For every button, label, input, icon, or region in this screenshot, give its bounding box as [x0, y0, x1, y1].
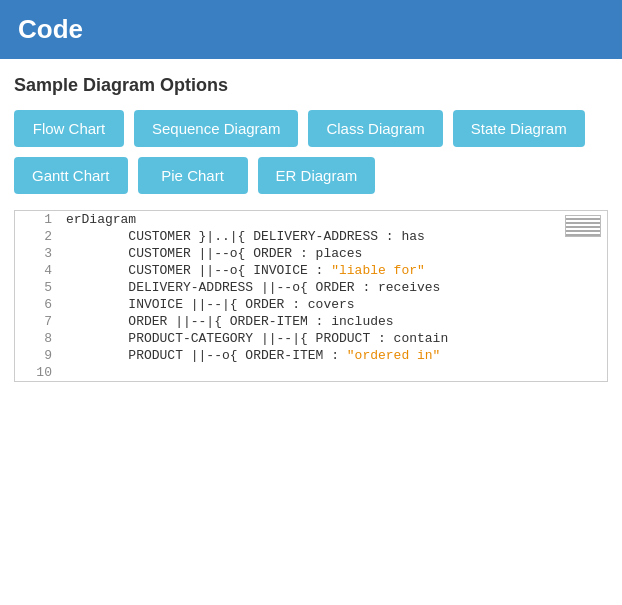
line-number: 9 [15, 347, 62, 364]
string-literal: "liable for" [331, 263, 425, 278]
line-code: ORDER ||--|{ ORDER-ITEM : includes [62, 313, 607, 330]
line-code: INVOICE ||--|{ ORDER : covers [62, 296, 607, 313]
string-literal: "ordered in" [347, 348, 441, 363]
table-row: 7 ORDER ||--|{ ORDER-ITEM : includes [15, 313, 607, 330]
content: Sample Diagram Options Flow Chart Sequen… [0, 59, 622, 398]
line-number: 10 [15, 364, 62, 381]
state-diagram-button[interactable]: State Diagram [453, 110, 585, 147]
table-row: 10 [15, 364, 607, 381]
line-number: 3 [15, 245, 62, 262]
table-row: 1erDiagram [15, 211, 607, 228]
table-row: 8 PRODUCT-CATEGORY ||--|{ PRODUCT : cont… [15, 330, 607, 347]
button-grid: Flow Chart Sequence Diagram Class Diagra… [14, 110, 608, 194]
pie-chart-button[interactable]: Pie Chart [138, 157, 248, 194]
table-row: 9 PRODUCT ||--o{ ORDER-ITEM : "ordered i… [15, 347, 607, 364]
table-row: 4 CUSTOMER ||--o{ INVOICE : "liable for" [15, 262, 607, 279]
section-title: Sample Diagram Options [14, 75, 608, 96]
flow-chart-button[interactable]: Flow Chart [14, 110, 124, 147]
header: Code [0, 0, 622, 59]
er-diagram-button[interactable]: ER Diagram [258, 157, 376, 194]
line-code: CUSTOMER ||--o{ INVOICE : "liable for" [62, 262, 607, 279]
line-number: 1 [15, 211, 62, 228]
code-table: 1erDiagram2 CUSTOMER }|..|{ DELIVERY-ADD… [15, 211, 607, 381]
line-code: CUSTOMER }|..|{ DELIVERY-ADDRESS : has [62, 228, 607, 245]
line-code: DELIVERY-ADDRESS ||--o{ ORDER : receives [62, 279, 607, 296]
sequence-diagram-button[interactable]: Sequence Diagram [134, 110, 298, 147]
line-number: 6 [15, 296, 62, 313]
line-number: 8 [15, 330, 62, 347]
line-number: 7 [15, 313, 62, 330]
line-number: 4 [15, 262, 62, 279]
copy-icon[interactable] [565, 215, 601, 237]
table-row: 3 CUSTOMER ||--o{ ORDER : places [15, 245, 607, 262]
line-number: 5 [15, 279, 62, 296]
line-number: 2 [15, 228, 62, 245]
line-code: PRODUCT-CATEGORY ||--|{ PRODUCT : contai… [62, 330, 607, 347]
line-code: PRODUCT ||--o{ ORDER-ITEM : "ordered in" [62, 347, 607, 364]
line-code [62, 364, 607, 381]
line-code: erDiagram [62, 211, 607, 228]
code-block: 1erDiagram2 CUSTOMER }|..|{ DELIVERY-ADD… [14, 210, 608, 382]
gantt-chart-button[interactable]: Gantt Chart [14, 157, 128, 194]
table-row: 2 CUSTOMER }|..|{ DELIVERY-ADDRESS : has [15, 228, 607, 245]
class-diagram-button[interactable]: Class Diagram [308, 110, 442, 147]
header-title: Code [18, 14, 83, 44]
line-code: CUSTOMER ||--o{ ORDER : places [62, 245, 607, 262]
table-row: 5 DELIVERY-ADDRESS ||--o{ ORDER : receiv… [15, 279, 607, 296]
table-row: 6 INVOICE ||--|{ ORDER : covers [15, 296, 607, 313]
